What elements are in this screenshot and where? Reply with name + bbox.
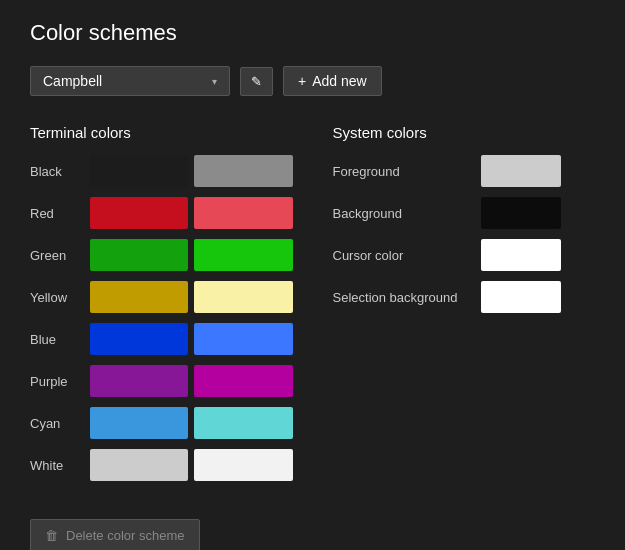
swatch-pair [90,281,293,313]
chevron-down-icon: ▾ [212,76,217,87]
system-color-row: Cursor color [333,239,596,271]
delete-button[interactable]: 🗑 Delete color scheme [30,519,200,550]
system-color-row: Selection background [333,281,596,313]
system-color-label: Background [333,206,473,221]
swatch-pair [90,197,293,229]
toolbar: Campbell ▾ ✎ + Add new [30,66,595,96]
color-swatch-light[interactable] [194,323,292,355]
colors-section: Terminal colors BlackRedGreenYellowBlueP… [30,124,595,491]
color-swatch-dark[interactable] [90,407,188,439]
plus-icon: + [298,73,306,89]
system-color-rows: ForegroundBackgroundCursor colorSelectio… [333,155,596,313]
color-label: White [30,458,82,473]
rename-icon: ✎ [251,74,262,89]
color-swatch-dark[interactable] [90,197,188,229]
terminal-color-row: Black [30,155,293,187]
system-color-swatch[interactable] [481,281,561,313]
color-label: Red [30,206,82,221]
color-swatch-light[interactable] [194,239,292,271]
color-swatch-light[interactable] [194,155,292,187]
swatch-pair [90,407,293,439]
swatch-pair [90,239,293,271]
color-swatch-dark[interactable] [90,365,188,397]
terminal-color-row: White [30,449,293,481]
system-color-label: Foreground [333,164,473,179]
terminal-color-row: Green [30,239,293,271]
color-swatch-light[interactable] [194,281,292,313]
system-colors-title: System colors [333,124,596,141]
terminal-colors: Terminal colors BlackRedGreenYellowBlueP… [30,124,293,491]
color-label: Green [30,248,82,263]
add-new-button[interactable]: + Add new [283,66,382,96]
color-swatch-dark[interactable] [90,239,188,271]
color-swatch-dark[interactable] [90,155,188,187]
terminal-color-row: Purple [30,365,293,397]
terminal-color-rows: BlackRedGreenYellowBluePurpleCyanWhite [30,155,293,481]
color-swatch-light[interactable] [194,407,292,439]
swatch-pair [90,155,293,187]
system-color-swatch[interactable] [481,155,561,187]
color-swatch-light[interactable] [194,365,292,397]
color-label: Yellow [30,290,82,305]
color-swatch-light[interactable] [194,197,292,229]
system-color-swatch[interactable] [481,239,561,271]
color-swatch-dark[interactable] [90,281,188,313]
system-color-row: Background [333,197,596,229]
color-label: Blue [30,332,82,347]
color-label: Black [30,164,82,179]
system-color-swatch[interactable] [481,197,561,229]
color-swatch-light[interactable] [194,449,292,481]
system-color-label: Selection background [333,290,473,305]
rename-button[interactable]: ✎ [240,67,273,96]
terminal-color-row: Cyan [30,407,293,439]
system-color-row: Foreground [333,155,596,187]
scheme-dropdown[interactable]: Campbell ▾ [30,66,230,96]
page-title: Color schemes [30,20,595,46]
add-new-label: Add new [312,73,366,89]
trash-icon: 🗑 [45,528,58,543]
system-colors: System colors ForegroundBackgroundCursor… [333,124,596,491]
system-color-label: Cursor color [333,248,473,263]
swatch-pair [90,323,293,355]
delete-label: Delete color scheme [66,528,185,543]
terminal-colors-title: Terminal colors [30,124,293,141]
color-swatch-dark[interactable] [90,323,188,355]
terminal-color-row: Yellow [30,281,293,313]
color-label: Purple [30,374,82,389]
terminal-color-row: Red [30,197,293,229]
footer: 🗑 Delete color scheme This color scheme … [30,519,595,550]
terminal-color-row: Blue [30,323,293,355]
color-swatch-dark[interactable] [90,449,188,481]
scheme-name: Campbell [43,73,102,89]
swatch-pair [90,365,293,397]
color-label: Cyan [30,416,82,431]
swatch-pair [90,449,293,481]
